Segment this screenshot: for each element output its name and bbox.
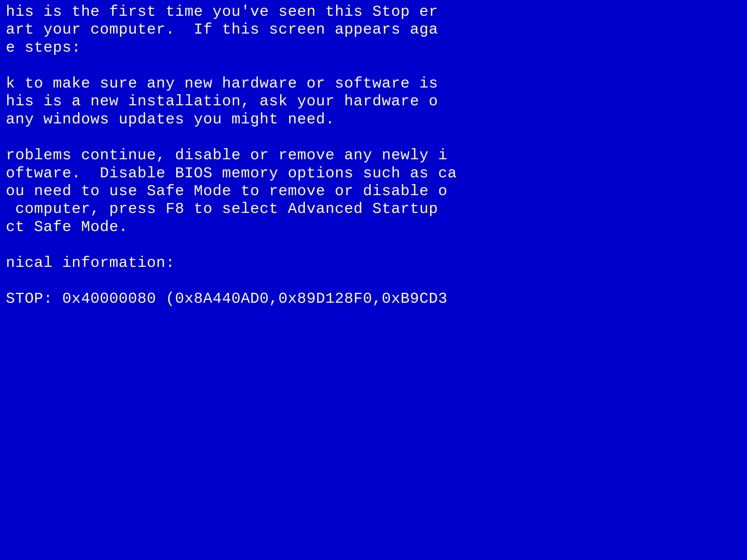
bsod-line-4: k to make sure any new hardware or softw… [6, 75, 741, 92]
bsod-line-8: oftware. Disable BIOS memory options suc… [6, 164, 741, 182]
bsod-line-3: e steps: [6, 39, 741, 57]
bsod-line-9: ou need to use Safe Mode to remove or di… [6, 182, 741, 200]
bsod-line-11: ct Safe Mode. [6, 218, 741, 236]
bsod-line-blank-3 [6, 236, 741, 254]
bsod-line-7: roblems continue, disable or remove any … [6, 146, 741, 164]
bsod-screen: his is the first time you've seen this S… [0, 0, 747, 560]
bsod-line-blank-2 [6, 128, 741, 146]
bsod-line-10: computer, press F8 to select Advanced St… [6, 200, 741, 218]
bsod-line-blank-4 [6, 272, 741, 290]
bsod-stop-code: STOP: 0x40000080 (0x8A440AD0,0x89D128F0,… [6, 290, 741, 308]
bsod-content: his is the first time you've seen this S… [0, 0, 747, 560]
bsod-line-12: nical information: [6, 254, 741, 272]
bsod-line-2: art your computer. If this screen appear… [6, 21, 741, 38]
bsod-line-6: any windows updates you might need. [6, 110, 741, 128]
bsod-line-5: his is a new installation, ask your hard… [6, 92, 741, 110]
bsod-line-blank-1 [6, 57, 741, 75]
bsod-line-1: his is the first time you've seen this S… [6, 3, 741, 21]
